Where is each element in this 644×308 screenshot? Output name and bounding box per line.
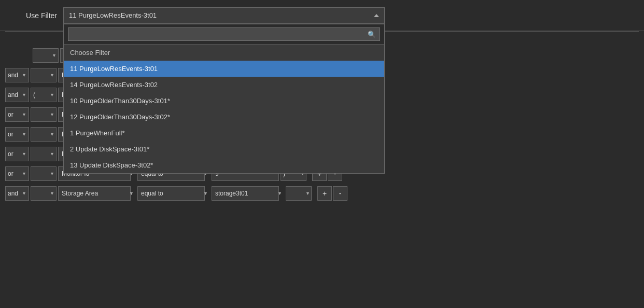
paren-left-select-wrap: (	[31, 88, 57, 102]
field-select[interactable]: Storage Area	[58, 186, 131, 201]
filter-menu-item[interactable]: 2 Update DiskSpace-3t01*	[64, 141, 384, 157]
connector-cell: and ▼	[5, 186, 29, 201]
row-actions: + -	[315, 186, 347, 201]
paren-left-select[interactable]	[31, 147, 57, 161]
table-row: and ▼ Storage Area equal to storage3t01	[5, 185, 639, 202]
connector-cell: and ▼	[5, 68, 29, 82]
connector-cell: or ▼	[5, 166, 29, 181]
search-icon: 🔍	[368, 30, 376, 38]
paren-left-select-wrap	[31, 166, 57, 181]
paren-left-select-wrap	[31, 68, 57, 82]
paren-right-select[interactable]	[286, 186, 312, 201]
filter-menu-item[interactable]: 1 PurgeWhenFull*	[64, 125, 384, 141]
paren-left-select[interactable]	[31, 107, 57, 122]
selected-filter-text: 11 PurgeLowResEvents-3t01	[69, 11, 157, 19]
filter-menu-item[interactable]: 13 Update DiskSpace-3t02*	[64, 157, 384, 173]
filter-choose-label: Choose Filter	[64, 45, 384, 61]
filter-menu-item[interactable]: 11 PurgeLowResEvents-3t01	[64, 61, 384, 77]
connector-label: and	[8, 72, 18, 79]
connector-label: or	[8, 170, 13, 177]
paren-right-select-wrap	[286, 186, 312, 201]
filter-dropdown-container[interactable]: 11 PurgeLowResEvents-3t01 🔍 Choose Filte…	[63, 7, 385, 24]
top-bar: Use Filter 11 PurgeLowResEvents-3t01 🔍 C…	[0, 0, 644, 31]
connector-label: and	[8, 91, 18, 99]
connector-cell: and ▼	[5, 88, 29, 102]
connector-label: or	[8, 131, 13, 138]
operator-select[interactable]: equal to	[137, 186, 205, 201]
connector-arrow-icon: ▼	[22, 151, 26, 157]
paren-left-select-wrap	[31, 107, 57, 122]
remove-row-button[interactable]: -	[333, 186, 347, 201]
filter-menu-item[interactable]: 10 PurgeOlderThan30Days-3t01*	[64, 93, 384, 109]
connector-cell: or ▼	[5, 107, 29, 122]
paren-left-select-wrap	[33, 48, 59, 63]
connector-btn[interactable]: or ▼	[5, 107, 29, 122]
connector-arrow-icon: ▼	[22, 112, 26, 117]
connector-arrow-icon: ▼	[22, 92, 26, 97]
add-row-button[interactable]: +	[317, 186, 332, 201]
connector-cell: or ▼	[5, 147, 29, 161]
connector-arrow-icon: ▼	[22, 171, 26, 176]
filter-dropdown-menu: 🔍 Choose Filter 11 PurgeLowResEvents-3t0…	[63, 24, 385, 174]
connector-btn[interactable]: and ▼	[5, 68, 29, 82]
filter-menu-item[interactable]: 12 PurgeOlderThan30Days-3t02*	[64, 109, 384, 125]
connector-btn[interactable]: or ▼	[5, 147, 29, 161]
connector-btn[interactable]: and ▼	[5, 88, 29, 102]
connector-label: or	[8, 111, 13, 118]
connector-btn[interactable]: or ▼	[5, 127, 29, 142]
paren-left-select[interactable]	[31, 127, 57, 142]
connector-cell: or ▼	[5, 127, 29, 142]
operator-select-wrap: equal to	[137, 186, 210, 201]
paren-left-select[interactable]	[31, 68, 57, 82]
connector-arrow-icon: ▼	[22, 73, 26, 78]
connector-arrow-icon: ▼	[22, 191, 26, 196]
connector-btn[interactable]: or ▼	[5, 166, 29, 181]
filter-dropdown-trigger[interactable]: 11 PurgeLowResEvents-3t01	[63, 7, 385, 24]
filter-search-input[interactable]	[68, 27, 380, 41]
connector-label: or	[8, 150, 13, 158]
paren-left-select-wrap	[31, 147, 57, 161]
use-filter-label: Use Filter	[10, 11, 57, 20]
paren-left-select[interactable]: (	[31, 88, 57, 102]
value-select-wrap: storage3t01	[212, 186, 284, 201]
connector-btn[interactable]: and ▼	[5, 186, 29, 201]
paren-left-select-wrap	[31, 186, 57, 201]
field-select-wrap: Storage Area	[58, 186, 136, 201]
paren-left-select-wrap	[31, 127, 57, 142]
filter-menu-item[interactable]: 14 PurgeLowResEvents-3t02	[64, 77, 384, 93]
connector-label: and	[8, 190, 18, 197]
paren-left-select[interactable]	[31, 186, 57, 201]
connector-arrow-icon: ▼	[22, 132, 26, 137]
dropdown-arrow-up-icon	[374, 14, 379, 17]
value-select[interactable]: storage3t01	[212, 186, 279, 201]
paren-left-select[interactable]	[33, 48, 59, 63]
filter-search-box: 🔍	[64, 24, 384, 45]
paren-left-select[interactable]	[31, 166, 57, 181]
